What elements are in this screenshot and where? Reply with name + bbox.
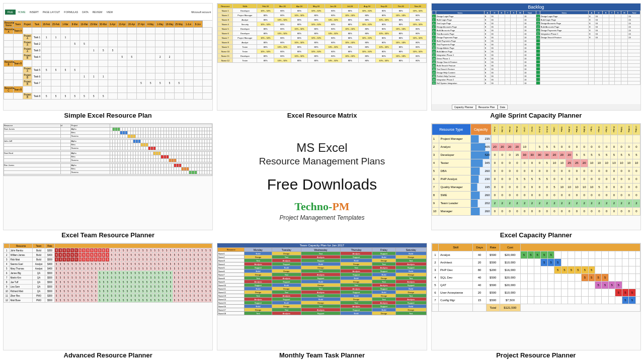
caption-h: Monthly Team Task Planner bbox=[279, 351, 365, 359]
caption-i: Project Resource Planner bbox=[496, 351, 576, 359]
thumb-project-resource: SkillDaysRateCost 1Analyst40$500$20,0005… bbox=[431, 243, 641, 350]
sheet-tabs: Capacity Planner Resource Plan Data bbox=[432, 104, 640, 110]
caption-f: Excel Capacity Planner bbox=[500, 231, 572, 239]
heading-3: Free Downloads bbox=[267, 176, 377, 193]
monthly-title: Team Capacity Plan for Jan 2017 bbox=[217, 243, 426, 247]
project-table: SkillDaysRateCost 1Analyst40$500$20,0005… bbox=[432, 243, 640, 312]
caption-d: Excel Team Resource Planner bbox=[61, 231, 154, 239]
team-planner-table: ResourceidProject Sam JamesAlphaBetaGamm… bbox=[4, 124, 212, 176]
backlog-table: ItemsADBTSMTotalItemsADBTSMTotal 1Design… bbox=[432, 11, 640, 85]
brand-logo: Techno-PM bbox=[294, 200, 349, 213]
resource-plan-table: Resource NameTeamProjectTask18-Feb25-Feb… bbox=[4, 21, 212, 100]
excel-ribbon: FILE HOME INSERT PAGE LAYOUT FORMULAS DA… bbox=[4, 4, 212, 21]
caption-a: Simple Excel Resource Plan bbox=[64, 112, 152, 119]
matrix-table: ResourceSkillsFeb-16Mar-16Apr-16May-16Ju… bbox=[217, 4, 426, 63]
heading-1: MS Excel bbox=[296, 141, 347, 155]
caption-b: Excel Resource Matrix bbox=[287, 112, 357, 119]
thumb-resource-matrix: ResourceSkillsFeb-16Mar-16Apr-16May-16Ju… bbox=[217, 3, 427, 111]
thumb-agile-sprint: Backlog ItemsADBTSMTotalItemsADBTSMTotal… bbox=[431, 3, 641, 111]
caption-c: Agile Sprint Capacity Planner bbox=[490, 112, 582, 119]
capacity-table: Resource TypeCapacity4-Jan11-Jan18-Jan25… bbox=[432, 124, 640, 216]
thumb-advanced-planner: ResourceTeamRate 1John RamboBuild$350555… bbox=[3, 243, 213, 350]
file-tab: FILE bbox=[5, 10, 16, 15]
thumb-simple-resource-plan: FILE HOME INSERT PAGE LAYOUT FORMULAS DA… bbox=[3, 3, 213, 111]
thumb-team-resource-planner: ResourceidProject Sam JamesAlphaBetaGamm… bbox=[3, 123, 213, 231]
thumb-capacity-planner: Resource TypeCapacity4-Jan11-Jan18-Jan25… bbox=[431, 123, 641, 231]
monthly-table: ResourceMondayTuesdayWednesdayThursdayFr… bbox=[217, 247, 426, 315]
center-title-block: MS Excel Resource Management Plans Free … bbox=[217, 123, 427, 239]
caption-g: Advanced Resource Planner bbox=[64, 351, 152, 359]
backlog-title: Backlog bbox=[432, 4, 640, 11]
heading-2: Resource Management Plans bbox=[259, 156, 385, 167]
thumb-monthly-task: Team Capacity Plan for Jan 2017 Resource… bbox=[217, 243, 427, 350]
advanced-table: ResourceTeamRate 1John RamboBuild$350555… bbox=[4, 243, 212, 303]
brand-subtitle: Project Management Templates bbox=[280, 214, 365, 221]
